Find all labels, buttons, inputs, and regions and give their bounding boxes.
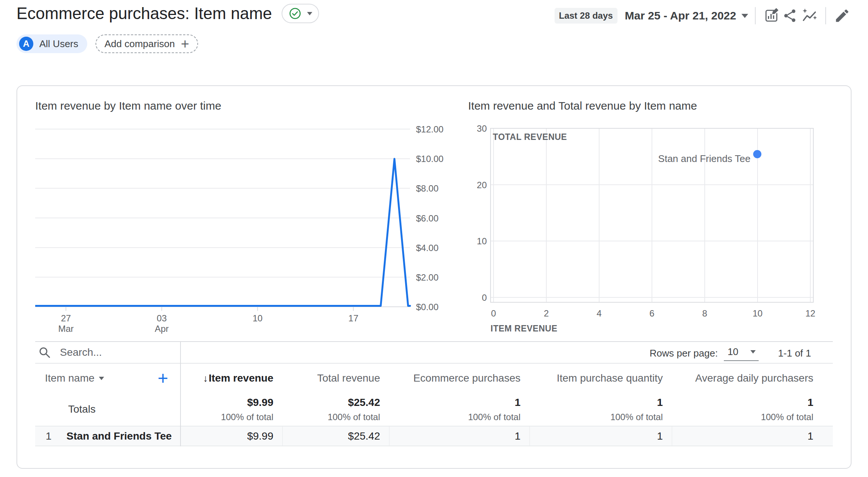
search-input[interactable]: [59, 346, 255, 359]
svg-text:$8.00: $8.00: [416, 183, 438, 193]
share-button[interactable]: [781, 6, 800, 25]
svg-text:2: 2: [544, 308, 549, 318]
column-header-item-name[interactable]: Item name +: [35, 364, 180, 393]
add-column-button[interactable]: +: [158, 369, 168, 387]
pencil-icon: [834, 7, 850, 24]
svg-text:$12.00: $12.00: [416, 125, 443, 134]
row-index: 1: [46, 430, 52, 442]
line-chart: $0.00$2.00$4.00$6.00$8.00$10.00$12.0027M…: [35, 125, 451, 338]
insights-icon: [801, 7, 818, 24]
report-table: Rows per page: 10 1-1 of 1 Item name + ↓…: [35, 341, 833, 446]
table-row: 1 Stan and Friends Tee $9.99 $25.42 1 1 …: [35, 426, 833, 446]
svg-text:$6.00: $6.00: [416, 213, 438, 223]
svg-text:6: 6: [649, 308, 654, 318]
scatter-plot: 0246810120102030TOTAL REVENUEITEM REVENU…: [468, 123, 835, 337]
pagination-range: 1-1 of 1: [778, 348, 811, 359]
column-header-average-daily-purchasers[interactable]: Average daily purchasers: [672, 364, 833, 393]
totals-average-daily-purchasers: 1 100% of total: [672, 393, 833, 426]
svg-text:Stan and Friends Tee: Stan and Friends Tee: [658, 153, 751, 164]
customize-report-icon: [763, 7, 780, 24]
date-range-selector[interactable]: Mar 25 - Apr 21, 2022: [625, 9, 736, 22]
edit-report-button[interactable]: [833, 6, 852, 25]
svg-text:Mar: Mar: [58, 324, 73, 334]
row-ecommerce-purchases: 1: [389, 426, 529, 446]
comparison-avatar: A: [19, 37, 33, 51]
svg-text:4: 4: [597, 308, 601, 318]
toolbar-divider: [755, 7, 756, 24]
table-search-row: Rows per page: 10 1-1 of 1: [35, 341, 833, 364]
insights-button[interactable]: [800, 6, 819, 25]
page-title: Ecommerce purchases: Item name: [16, 4, 272, 23]
svg-text:10: 10: [252, 313, 262, 323]
data-quality-check-icon: [288, 7, 302, 20]
toolbar-divider: [825, 7, 826, 24]
all-users-chip[interactable]: A All Users: [16, 34, 87, 53]
svg-text:TOTAL REVENUE: TOTAL REVENUE: [493, 132, 567, 142]
svg-text:10: 10: [477, 236, 487, 246]
column-header-item-revenue[interactable]: ↓ Item revenue: [180, 364, 282, 393]
svg-text:30: 30: [477, 123, 487, 134]
sort-desc-icon: ↓: [203, 373, 208, 384]
svg-text:Apr: Apr: [155, 324, 169, 334]
chevron-down-icon[interactable]: [99, 377, 104, 380]
table-totals-row: Totals $9.99 100% of total $25.42 100% o…: [35, 393, 833, 426]
revenue-line: [35, 159, 410, 306]
search-icon: [38, 346, 51, 359]
header-toolbar: Last 28 days Mar 25 - Apr 21, 2022: [555, 7, 852, 25]
svg-text:17: 17: [348, 313, 358, 323]
row-item-name: Stan and Friends Tee: [67, 430, 172, 442]
chevron-down-icon: [750, 350, 756, 354]
svg-text:$10.00: $10.00: [416, 154, 443, 164]
row-item-name-cell: 1 Stan and Friends Tee: [35, 426, 180, 446]
line-chart-title: Item revenue by Item name over time: [35, 100, 221, 112]
column-header-ecommerce-purchases[interactable]: Ecommerce purchases: [389, 364, 529, 393]
data-quality-dropdown[interactable]: [282, 4, 319, 23]
ga4-report-page: Ecommerce purchases: Item name Last 28 d…: [0, 0, 868, 477]
table-column-divider: [180, 341, 181, 446]
plus-icon: +: [181, 37, 189, 51]
column-header-total-revenue[interactable]: Total revenue: [282, 364, 389, 393]
totals-ecommerce-purchases: 1 100% of total: [389, 393, 529, 426]
svg-text:27: 27: [61, 313, 71, 323]
comparison-bar: A All Users Add comparison +: [16, 34, 198, 53]
add-comparison-label: Add comparison: [104, 38, 175, 50]
svg-text:12: 12: [805, 308, 816, 318]
svg-text:20: 20: [477, 180, 487, 190]
add-comparison-button[interactable]: Add comparison +: [95, 34, 198, 53]
row-item-revenue: $9.99: [180, 426, 282, 446]
row-total-revenue: $25.42: [282, 426, 389, 446]
chevron-down-icon: [307, 12, 312, 15]
scatter-point[interactable]: [753, 150, 761, 158]
totals-item-purchase-quantity: 1 100% of total: [529, 393, 672, 426]
svg-text:$2.00: $2.00: [416, 272, 438, 282]
svg-text:03: 03: [157, 313, 167, 323]
row-average-daily-purchasers: 1: [672, 426, 833, 446]
scatter-chart-title: Item revenue and Total revenue by Item n…: [468, 100, 697, 112]
share-icon: [782, 7, 799, 24]
date-preset-badge: Last 28 days: [555, 8, 617, 24]
svg-text:$4.00: $4.00: [416, 243, 438, 253]
rows-per-page-label: Rows per page:: [650, 348, 718, 359]
svg-text:0: 0: [491, 308, 496, 318]
chevron-down-icon[interactable]: [741, 14, 748, 18]
comparison-chip-label: All Users: [39, 38, 78, 50]
table-header-row: Item name + ↓ Item revenue Total revenue…: [35, 364, 833, 393]
svg-text:ITEM REVENUE: ITEM REVENUE: [491, 324, 558, 333]
svg-text:$0.00: $0.00: [416, 302, 438, 312]
table-pagination: Rows per page: 10 1-1 of 1: [650, 342, 811, 364]
report-header: Ecommerce purchases: Item name: [16, 4, 319, 23]
totals-item-revenue: $9.99 100% of total: [180, 393, 282, 426]
rows-per-page-select[interactable]: 10: [724, 345, 759, 361]
svg-text:10: 10: [753, 308, 763, 318]
svg-text:0: 0: [482, 293, 487, 303]
customize-report-button[interactable]: [762, 6, 781, 25]
column-header-item-purchase-quantity[interactable]: Item purchase quantity: [529, 364, 672, 393]
totals-label: Totals: [35, 393, 180, 426]
totals-total-revenue: $25.42 100% of total: [282, 393, 389, 426]
svg-text:8: 8: [702, 308, 707, 318]
rows-per-page-value: 10: [728, 346, 738, 358]
row-item-purchase-quantity: 1: [529, 426, 672, 446]
